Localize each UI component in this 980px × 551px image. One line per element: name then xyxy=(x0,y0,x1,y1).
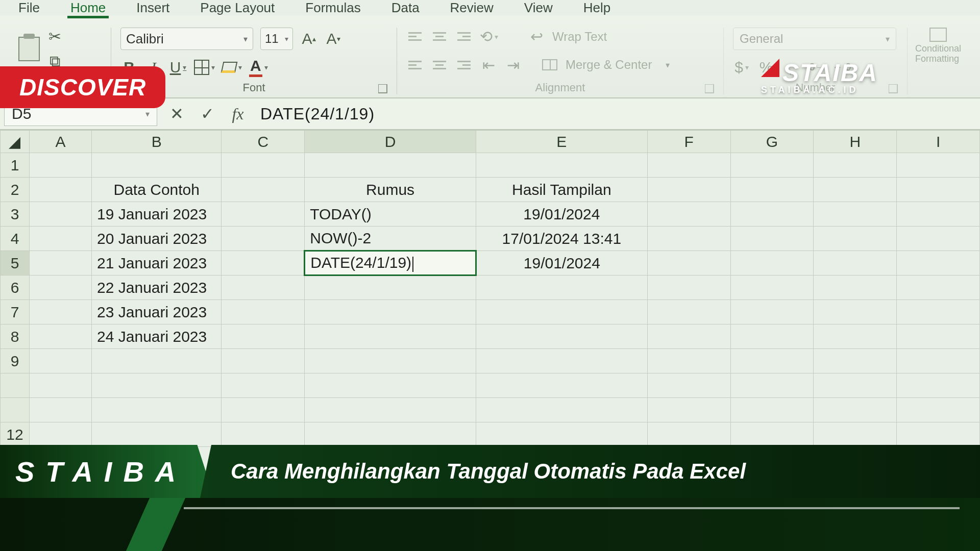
cell[interactable] xyxy=(814,300,897,324)
borders-button[interactable] xyxy=(194,59,215,76)
cell[interactable] xyxy=(897,276,980,300)
row-header[interactable]: 6 xyxy=(1,276,30,300)
cell[interactable]: 21 Januari 2023 xyxy=(92,251,222,276)
cell[interactable] xyxy=(730,276,814,300)
cell[interactable] xyxy=(92,349,222,373)
cell[interactable] xyxy=(814,202,897,227)
col-header[interactable]: C xyxy=(222,131,305,153)
tab-help[interactable]: Help xyxy=(580,0,614,16)
cell[interactable]: DATE(24/1/19) xyxy=(305,251,476,276)
cell[interactable] xyxy=(29,398,91,422)
cell[interactable] xyxy=(897,300,980,324)
cell[interactable] xyxy=(92,153,222,178)
cell[interactable] xyxy=(814,398,897,422)
cell[interactable] xyxy=(730,178,814,202)
cell[interactable] xyxy=(814,373,897,398)
cell[interactable] xyxy=(29,202,91,227)
row-header[interactable]: 1 xyxy=(1,153,30,178)
cell[interactable] xyxy=(305,373,476,398)
cell[interactable] xyxy=(476,324,647,349)
accept-formula-button[interactable]: ✓ xyxy=(192,104,223,123)
cell[interactable] xyxy=(730,373,814,398)
cell[interactable] xyxy=(222,324,305,349)
cell[interactable] xyxy=(814,276,897,300)
col-header[interactable]: B xyxy=(92,131,222,153)
cell[interactable]: Rumus xyxy=(305,178,476,202)
row-header[interactable]: 2 xyxy=(1,178,30,202)
cell[interactable] xyxy=(730,300,814,324)
cell[interactable] xyxy=(647,276,730,300)
font-name-select[interactable]: Calibri▾ xyxy=(120,28,253,50)
cell[interactable] xyxy=(305,324,476,349)
cell[interactable] xyxy=(222,373,305,398)
tab-review[interactable]: Review xyxy=(447,0,497,16)
cell[interactable] xyxy=(222,227,305,251)
cell[interactable] xyxy=(29,227,91,251)
formula-input[interactable]: DATE(24/1/19) xyxy=(253,103,980,126)
col-header[interactable]: A xyxy=(29,131,91,153)
cell[interactable] xyxy=(647,178,730,202)
align-bottom-icon[interactable] xyxy=(455,28,473,45)
cell[interactable]: 22 Januari 2023 xyxy=(92,276,222,300)
cell[interactable] xyxy=(222,153,305,178)
cell[interactable] xyxy=(647,373,730,398)
cell[interactable] xyxy=(92,422,222,447)
cell[interactable] xyxy=(814,324,897,349)
cell[interactable] xyxy=(730,202,814,227)
align-center-icon[interactable] xyxy=(431,56,448,73)
align-left-icon[interactable] xyxy=(406,56,424,73)
increase-indent-icon[interactable]: ⇥ xyxy=(504,56,522,74)
col-header[interactable]: H xyxy=(814,131,897,153)
tab-formulas[interactable]: Formulas xyxy=(302,0,363,16)
cell[interactable]: 19/01/2024 xyxy=(476,251,647,276)
cell[interactable]: 24 Januari 2023 xyxy=(92,324,222,349)
cut-icon[interactable]: ✂ xyxy=(46,28,63,45)
number-format-select[interactable]: General▾ xyxy=(733,28,896,50)
col-header[interactable]: E xyxy=(476,131,647,153)
cell[interactable] xyxy=(897,251,980,276)
cell[interactable] xyxy=(897,349,980,373)
cell[interactable] xyxy=(647,227,730,251)
merge-center-button[interactable] xyxy=(541,56,558,73)
cell[interactable] xyxy=(730,422,814,447)
conditional-formatting-button[interactable]: Conditional Formatting xyxy=(917,28,960,64)
cell[interactable]: NOW()-2 xyxy=(305,227,476,251)
tab-view[interactable]: View xyxy=(521,0,556,16)
tab-file[interactable]: File xyxy=(15,0,43,16)
cell[interactable] xyxy=(222,202,305,227)
row-header[interactable]: 9 xyxy=(1,349,30,373)
cell[interactable]: Data Contoh xyxy=(92,178,222,202)
row-header[interactable]: 4 xyxy=(1,227,30,251)
cell[interactable] xyxy=(222,300,305,324)
cell[interactable] xyxy=(305,300,476,324)
cell[interactable] xyxy=(814,422,897,447)
tab-page-layout[interactable]: Page Layout xyxy=(197,0,278,16)
cell[interactable] xyxy=(305,422,476,447)
cell[interactable]: 17/01/2024 13:41 xyxy=(476,227,647,251)
cell[interactable] xyxy=(29,251,91,276)
cell[interactable] xyxy=(29,178,91,202)
cell[interactable] xyxy=(814,227,897,251)
cell[interactable] xyxy=(29,373,91,398)
cell[interactable] xyxy=(222,251,305,276)
cell[interactable] xyxy=(29,324,91,349)
cell[interactable] xyxy=(29,349,91,373)
decrease-indent-icon[interactable]: ⇤ xyxy=(480,56,497,74)
tab-insert[interactable]: Insert xyxy=(133,0,173,16)
row-header[interactable]: 5 xyxy=(1,251,30,276)
currency-button[interactable]: $ xyxy=(733,59,750,76)
row-header[interactable]: 8 xyxy=(1,324,30,349)
align-right-icon[interactable] xyxy=(455,56,473,73)
cell[interactable]: 19 Januari 2023 xyxy=(92,202,222,227)
align-middle-icon[interactable] xyxy=(431,28,448,45)
cell[interactable] xyxy=(814,349,897,373)
cell[interactable] xyxy=(222,276,305,300)
cell[interactable] xyxy=(92,373,222,398)
cell[interactable] xyxy=(476,349,647,373)
row-header[interactable]: 7 xyxy=(1,300,30,324)
cell[interactable] xyxy=(647,251,730,276)
cell[interactable]: 23 Januari 2023 xyxy=(92,300,222,324)
cell[interactable] xyxy=(222,178,305,202)
cell[interactable] xyxy=(647,349,730,373)
cell[interactable] xyxy=(647,422,730,447)
